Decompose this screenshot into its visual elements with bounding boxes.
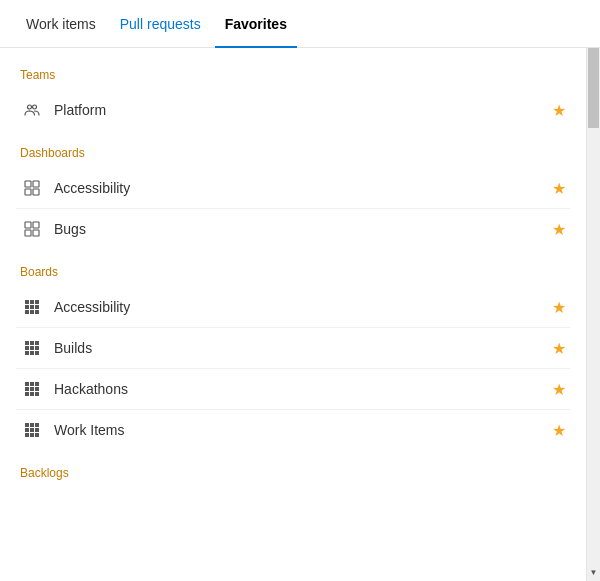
svg-rect-21: [35, 341, 39, 345]
tab-pull-requests[interactable]: Pull requests: [110, 0, 211, 48]
svg-rect-36: [35, 392, 39, 396]
svg-rect-42: [35, 428, 39, 432]
svg-rect-3: [33, 181, 39, 187]
svg-rect-32: [30, 387, 34, 391]
content-wrapper: Teams Platform ★: [0, 48, 600, 581]
star-icon-platform[interactable]: ★: [552, 101, 566, 120]
list-item-accessibility-board: Accessibility ★: [16, 287, 570, 328]
section-header-dashboards: Dashboards: [16, 146, 570, 160]
list-item-builds-board: Builds ★: [16, 328, 570, 369]
people-icon: [20, 98, 44, 122]
teams-list: Platform ★: [16, 90, 570, 130]
item-label-work-items-board: Work Items: [54, 422, 552, 438]
svg-rect-40: [25, 428, 29, 432]
item-label-hackathons-board: Hackathons: [54, 381, 552, 397]
svg-rect-12: [35, 300, 39, 304]
list-item-bugs-dash: Bugs ★: [16, 209, 570, 249]
tab-work-items[interactable]: Work items: [16, 0, 106, 48]
svg-rect-24: [35, 346, 39, 350]
svg-rect-10: [25, 300, 29, 304]
svg-rect-29: [30, 382, 34, 386]
svg-rect-31: [25, 387, 29, 391]
svg-point-0: [28, 105, 32, 109]
dashboards-list: Accessibility ★ Bugs ★: [16, 168, 570, 249]
item-label-bugs-dash: Bugs: [54, 221, 552, 237]
star-icon-hackathons-board[interactable]: ★: [552, 380, 566, 399]
svg-rect-38: [30, 423, 34, 427]
svg-rect-6: [25, 222, 31, 228]
svg-rect-27: [35, 351, 39, 355]
svg-rect-18: [35, 310, 39, 314]
svg-rect-16: [25, 310, 29, 314]
svg-rect-5: [33, 189, 39, 195]
board-icon-4: [20, 418, 44, 442]
svg-rect-9: [33, 230, 39, 236]
svg-rect-17: [30, 310, 34, 314]
svg-rect-14: [30, 305, 34, 309]
board-icon-1: [20, 295, 44, 319]
star-icon-work-items-board[interactable]: ★: [552, 421, 566, 440]
star-icon-bugs-dash[interactable]: ★: [552, 220, 566, 239]
svg-rect-33: [35, 387, 39, 391]
svg-rect-37: [25, 423, 29, 427]
item-label-accessibility-dash: Accessibility: [54, 180, 552, 196]
section-header-teams: Teams: [16, 68, 570, 82]
svg-rect-11: [30, 300, 34, 304]
svg-rect-30: [35, 382, 39, 386]
svg-rect-26: [30, 351, 34, 355]
tab-bar: Work items Pull requests Favorites: [0, 0, 600, 48]
boards-list: Accessibility ★: [16, 287, 570, 450]
scrollbar-track: ▲ ▼: [586, 48, 600, 581]
svg-rect-8: [25, 230, 31, 236]
svg-rect-13: [25, 305, 29, 309]
app-container: Work items Pull requests Favorites Teams: [0, 0, 600, 581]
content-area: Teams Platform ★: [0, 48, 586, 581]
svg-rect-39: [35, 423, 39, 427]
item-label-platform: Platform: [54, 102, 552, 118]
svg-rect-4: [25, 189, 31, 195]
svg-rect-44: [30, 433, 34, 437]
dashboard-icon-1: [20, 176, 44, 200]
star-icon-accessibility-board[interactable]: ★: [552, 298, 566, 317]
tab-favorites[interactable]: Favorites: [215, 0, 297, 48]
list-item-hackathons-board: Hackathons ★: [16, 369, 570, 410]
svg-rect-43: [25, 433, 29, 437]
list-item-platform: Platform ★: [16, 90, 570, 130]
section-header-boards: Boards: [16, 265, 570, 279]
board-icon-3: [20, 377, 44, 401]
svg-rect-35: [30, 392, 34, 396]
svg-rect-45: [35, 433, 39, 437]
dashboard-icon-2: [20, 217, 44, 241]
svg-rect-15: [35, 305, 39, 309]
item-label-accessibility-board: Accessibility: [54, 299, 552, 315]
scrollbar-arrow-down[interactable]: ▼: [587, 564, 600, 581]
item-label-builds-board: Builds: [54, 340, 552, 356]
board-icon-2: [20, 336, 44, 360]
scrollbar-thumb[interactable]: [588, 48, 599, 128]
svg-rect-22: [25, 346, 29, 350]
svg-rect-19: [25, 341, 29, 345]
list-item-work-items-board: Work Items ★: [16, 410, 570, 450]
svg-point-1: [33, 105, 37, 109]
list-item-accessibility-dash: Accessibility ★: [16, 168, 570, 209]
star-icon-builds-board[interactable]: ★: [552, 339, 566, 358]
svg-rect-2: [25, 181, 31, 187]
svg-rect-20: [30, 341, 34, 345]
section-header-backlogs: Backlogs: [16, 466, 570, 480]
svg-rect-28: [25, 382, 29, 386]
svg-rect-41: [30, 428, 34, 432]
svg-rect-34: [25, 392, 29, 396]
svg-rect-25: [25, 351, 29, 355]
star-icon-accessibility-dash[interactable]: ★: [552, 179, 566, 198]
svg-rect-23: [30, 346, 34, 350]
svg-rect-7: [33, 222, 39, 228]
